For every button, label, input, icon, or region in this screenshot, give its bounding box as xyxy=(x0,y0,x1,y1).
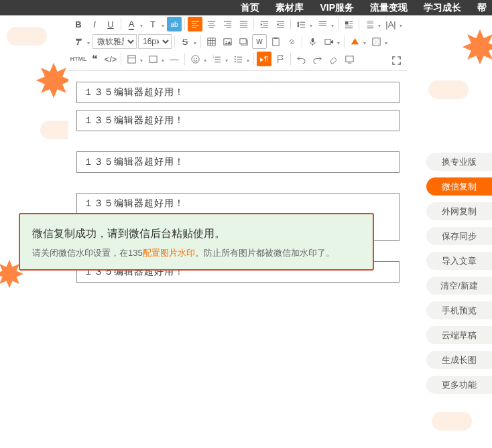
svg-point-17 xyxy=(234,58,235,60)
sidebar-more[interactable]: 更多功能 xyxy=(426,376,492,394)
html-source-button[interactable]: HTML xyxy=(71,52,86,66)
nav-learn[interactable]: 学习成长 xyxy=(424,2,461,14)
sidebar-generate-image[interactable]: 生成长图 xyxy=(426,351,492,369)
nav-help[interactable]: 帮 xyxy=(477,2,487,14)
cloud-decoration xyxy=(428,80,469,99)
svg-point-12 xyxy=(191,55,198,62)
multi-image-button[interactable] xyxy=(236,34,251,49)
italic-button[interactable]: I xyxy=(87,17,102,31)
editor: B I U A▾ T▾ ab ▾ ▾ ▾ |A|▾ ▾ xyxy=(68,15,408,316)
maple-leaf-decoration xyxy=(34,60,74,100)
clear-format-button[interactable]: ▾ xyxy=(71,34,86,49)
sidebar-import-article[interactable]: 导入文章 xyxy=(426,252,492,270)
font-size-select[interactable]: 16px xyxy=(138,34,172,49)
hr-button[interactable]: — xyxy=(167,52,182,66)
cloud-decoration xyxy=(432,412,472,431)
svg-rect-19 xyxy=(345,56,353,61)
sidebar-cloud-draft[interactable]: 云端草稿 xyxy=(426,326,492,344)
svg-point-13 xyxy=(193,58,194,59)
bold-button[interactable]: B xyxy=(71,17,86,31)
svg-point-18 xyxy=(234,61,235,62)
align-center-button[interactable] xyxy=(204,17,219,31)
toast-subtext: 请关闭微信水印设置，在135配置图片水印。防止所有图片都被微信加水印了。 xyxy=(32,246,361,260)
font-family-select[interactable]: 微软雅黑 xyxy=(93,34,137,49)
toolbar-row-1: B I U A▾ T▾ ab ▾ ▾ ▾ |A|▾ xyxy=(68,15,408,33)
nav-traffic[interactable]: 流量变现 xyxy=(370,2,408,14)
nav-home[interactable]: 首页 xyxy=(241,2,259,14)
text-format-button[interactable]: T▾ xyxy=(145,17,160,31)
toast-message: 微信复制成功，请到微信后台粘贴使用。 xyxy=(32,225,361,242)
strikethrough-button[interactable]: S▾ xyxy=(178,34,192,49)
sidebar-wechat-copy[interactable]: 微信复制 xyxy=(426,177,492,196)
sidebar-external-copy[interactable]: 外网复制 xyxy=(426,202,492,220)
image-button[interactable] xyxy=(220,34,235,49)
svg-rect-0 xyxy=(345,21,348,24)
emoji-button[interactable]: ▾ xyxy=(188,52,202,66)
text-direction-button[interactable]: |A|▾ xyxy=(383,17,398,31)
line-height-button[interactable]: ▾ xyxy=(294,17,308,31)
svg-rect-7 xyxy=(311,38,314,42)
sidebar-switch-pro[interactable]: 换专业版 xyxy=(426,153,492,171)
quote-button[interactable]: ❝ xyxy=(87,52,102,66)
text-block[interactable]: １３５编辑器超好用！ xyxy=(76,151,399,173)
cloud-decoration xyxy=(7,27,47,46)
link-button[interactable] xyxy=(284,34,299,49)
sidebar-save-sync[interactable]: 保存同步 xyxy=(426,227,492,245)
copy-success-toast: 微信复制成功，请到微信后台粘贴使用。 请关闭微信水印设置，在135配置图片水印。… xyxy=(19,213,374,271)
toolbar-row-2: ▾ 微软雅黑 16px S▾ W ▾ ▾ ▾ xyxy=(68,33,408,50)
preview-button[interactable] xyxy=(342,52,357,66)
nav-vip[interactable]: VIP服务 xyxy=(320,2,354,14)
top-nav: 首页 素材库 VIP服务 流量变现 学习成长 帮 xyxy=(0,0,492,15)
font-color-button[interactable]: A▾ xyxy=(124,17,139,31)
underline-button[interactable]: U xyxy=(103,17,118,31)
svg-point-16 xyxy=(234,56,235,57)
text-block[interactable]: １３５编辑器超好用！ xyxy=(76,110,399,131)
layout-button[interactable]: ▾ xyxy=(124,52,139,66)
float-left-button[interactable] xyxy=(341,17,356,31)
highlight-button[interactable]: ab xyxy=(167,17,182,31)
indent-left-button[interactable] xyxy=(273,17,288,31)
background-button[interactable]: ▾ xyxy=(369,34,383,49)
flag-button[interactable] xyxy=(273,52,288,66)
align-right-button[interactable] xyxy=(220,17,235,31)
paragraph-spacing-button[interactable]: ▾ xyxy=(362,17,377,31)
indent-right-button[interactable] xyxy=(257,17,271,31)
code-button[interactable]: </> xyxy=(103,52,118,66)
sidebar-clear-new[interactable]: 清空/新建 xyxy=(426,277,492,295)
svg-rect-11 xyxy=(149,56,156,62)
editor-content[interactable]: １３５编辑器超好用！ １３５编辑器超好用！ １３５编辑器超好用！ １３５编辑器超… xyxy=(68,71,408,316)
svg-rect-10 xyxy=(127,55,135,62)
align-justify-button[interactable] xyxy=(236,17,251,31)
fullscreen-button[interactable] xyxy=(389,53,404,68)
svg-rect-6 xyxy=(273,37,278,38)
eraser-button[interactable] xyxy=(326,52,341,66)
watermark-config-link[interactable]: 配置图片水印 xyxy=(143,248,195,258)
sidebar-mobile-preview[interactable]: 手机预览 xyxy=(426,301,492,319)
toolbar-row-3: HTML ❝ </> ▾ ▾ — ▾ 1▾ ▾ ▸¶ xyxy=(68,50,408,68)
letter-spacing-button[interactable]: ▾ xyxy=(315,17,330,31)
svg-point-14 xyxy=(196,58,197,59)
redo-button[interactable] xyxy=(310,52,324,66)
action-sidebar: 换专业版 微信复制 外网复制 保存同步 导入文章 清空/新建 手机预览 云端草稿… xyxy=(426,153,492,394)
svg-rect-5 xyxy=(272,38,278,45)
svg-point-2 xyxy=(225,40,227,42)
svg-rect-8 xyxy=(324,39,330,44)
svg-rect-4 xyxy=(239,38,245,44)
word-import-button[interactable]: W xyxy=(252,34,267,49)
svg-text:1: 1 xyxy=(212,55,213,58)
text-block[interactable]: １３５编辑器超好用！ xyxy=(76,82,399,103)
container-button[interactable]: ▾ xyxy=(145,52,160,66)
align-left-button[interactable] xyxy=(188,17,202,31)
unordered-list-button[interactable]: ▾ xyxy=(231,52,245,66)
table-button[interactable] xyxy=(204,34,219,49)
clipboard-button[interactable] xyxy=(268,34,283,49)
maple-leaf-decoration xyxy=(460,27,492,67)
ordered-list-button[interactable]: 1▾ xyxy=(209,52,224,66)
video-button[interactable]: ▾ xyxy=(321,34,336,49)
select-mode-button[interactable]: ▸¶ xyxy=(257,52,271,66)
mic-icon[interactable] xyxy=(305,34,320,49)
toolbar: B I U A▾ T▾ ab ▾ ▾ ▾ |A|▾ ▾ xyxy=(68,15,408,71)
undo-button[interactable] xyxy=(294,52,308,66)
shape-button[interactable]: ▾ xyxy=(347,34,362,49)
nav-materials[interactable]: 素材库 xyxy=(275,2,304,14)
